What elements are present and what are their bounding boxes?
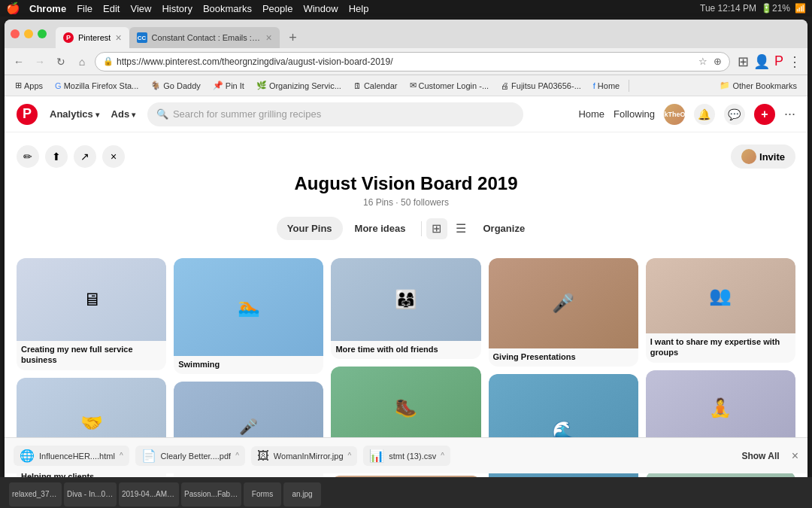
menu-file[interactable]: File [77,3,92,14]
taskbar: relaxed_37861.jpg Diva - In...0-19.pdf 2… [0,477,812,508]
tab-pinterest-close-icon[interactable]: × [115,32,121,44]
invite-button[interactable]: Invite [731,144,795,169]
save-button[interactable]: + [754,104,775,125]
list-item[interactable]: 🏊 Swimming [174,258,323,374]
menu-chrome[interactable]: Chrome [29,3,66,14]
bookmark-customer-login[interactable]: ✉ Customer Login -... [405,79,494,92]
tab-cc-close-icon[interactable]: × [265,32,271,44]
ads-nav-link[interactable]: Ads [111,108,135,120]
maximize-button[interactable] [38,29,47,38]
add-pin-button[interactable]: ⬆ [45,145,68,168]
menu-help[interactable]: Help [349,3,369,14]
apple-logo-icon[interactable]: 🍎 [6,2,20,15]
menu-view[interactable]: View [130,3,151,14]
minimize-button[interactable] [24,29,33,38]
menu-window[interactable]: Window [303,3,338,14]
tab-constant-contact[interactable]: CC Constant Contact : Emails : Cu... × [129,27,280,48]
bookmark-calendar[interactable]: 🗓 Calendar [349,80,402,92]
avatar-label: AskTheOr... [656,111,693,118]
taskbar-label: 2019-04...AM.png [119,490,179,498]
tab-pinterest[interactable]: P Pinterest × [56,27,129,48]
taskbar-item[interactable]: an.jpg [283,482,321,506]
reload-button[interactable]: ↻ [53,53,69,70]
bookmark-pinit[interactable]: 📌 Pin It [208,79,249,92]
menu-history[interactable]: History [162,3,192,14]
star-icon[interactable]: ☆ [698,56,707,67]
show-all-button[interactable]: Show All [735,448,785,464]
bookmark-organizing[interactable]: 🌿 Organizing Servic... [252,79,346,92]
forward-button[interactable]: → [32,53,48,70]
profile-icon[interactable]: ⊕ [714,56,722,67]
fujitsu-icon: 🖨 [501,81,509,90]
tab-pinterest-label: Pinterest [78,33,111,42]
taskbar-item[interactable]: relaxed_37861.jpg [9,482,62,506]
window-controls [11,29,47,38]
download-item[interactable]: 📊 stmt (13).csv ^ [363,446,450,466]
pin-label: I want to share my expertise with groups [646,333,795,363]
grid-view-button[interactable]: ⊞ [426,218,447,239]
bookmark-godaddy[interactable]: 🐐 Go Daddy [146,79,205,92]
account-icon[interactable]: 👤 [753,53,770,70]
taskbar-items: relaxed_37861.jpg Diva - In...0-19.pdf 2… [9,482,803,506]
pinterest-ext-icon[interactable]: P [774,53,783,69]
menu-people[interactable]: People [262,3,292,14]
close-downloads-button[interactable]: × [792,449,798,463]
analytics-nav-link[interactable]: Analytics [50,108,99,120]
close-button[interactable] [11,29,20,38]
download-bar: 🌐 InfluenceHER....html ^ 📄 Clearly Bette… [5,437,807,473]
taskbar-item[interactable]: Forms [244,482,281,506]
list-view-button[interactable]: ☰ [450,218,471,239]
extensions-icon[interactable]: ⊞ [738,53,749,70]
user-avatar[interactable]: AskTheOr... [664,104,685,125]
list-item[interactable]: 🖥 Creating my new full service business [17,258,166,370]
search-icon: 🔍 [156,108,168,120]
menu-bookmarks[interactable]: Bookmarks [203,3,252,14]
more-options-button[interactable]: ··· [784,106,795,122]
list-item[interactable]: 👨‍👩‍👧 More time with old friends [331,258,480,359]
chevron-up-icon: ^ [120,452,123,460]
home-nav-link[interactable]: Home [578,108,604,120]
browser-window: P Pinterest × CC Constant Contact : Emai… [5,20,807,477]
bookmark-fujitsu-label: Fujitsu PA03656-... [511,81,581,90]
chevron-up-icon: ^ [348,452,352,460]
search-field[interactable]: 🔍 Search for summer grilling recipes [147,102,523,126]
organize-button[interactable]: Organize [473,217,536,240]
download-item[interactable]: 🖼 WomanInMirror.jpg ^ [251,446,357,466]
download-item[interactable]: 📄 Clearly Better....pdf ^ [135,446,245,466]
taskbar-item[interactable]: Diva - In...0-19.pdf [64,482,117,506]
pin-image: 👥 [646,258,795,333]
bookmark-fujitsu[interactable]: 🖨 Fujitsu PA03656-... [496,80,586,92]
bookmark-apps[interactable]: ⊞ Apps [11,79,47,92]
pinterest-navbar: P Analytics Ads 🔍 Search for summer gril… [5,96,807,132]
bookmark-other[interactable]: 📁 Other Bookmarks [715,79,801,92]
address-field[interactable]: 🔒 https://www.pinterest.com/theorgnzingd… [95,52,730,71]
more-icon[interactable]: ⋮ [788,53,801,70]
address-icons: ☆ ⊕ [698,56,722,67]
edit-board-button[interactable]: ✏ [17,145,39,168]
bookmark-google[interactable]: G Mozilla Firefox Sta... [50,80,143,92]
home-button[interactable]: ⌂ [74,53,90,70]
download-item[interactable]: 🌐 InfluenceHER....html ^ [14,446,129,466]
bookmark-home[interactable]: f Home [589,80,624,92]
more-board-button[interactable]: × [102,145,125,168]
following-nav-link[interactable]: Following [614,108,655,120]
search-placeholder: Search for summer grilling recipes [173,108,321,120]
taskbar-item[interactable]: Passion...Fabulous [181,482,241,506]
tab-more-ideas[interactable]: More ideas [344,217,417,240]
list-item[interactable]: 👥 I want to share my expertise with grou… [646,258,795,363]
tab-your-pins[interactable]: Your Pins [277,217,343,240]
list-item[interactable]: 🎤 Giving Presentations [489,258,638,367]
new-tab-button[interactable]: + [283,27,304,48]
bookmark-godaddy-label: Go Daddy [163,81,201,90]
bookmark-customer-login-label: Customer Login -... [419,81,489,90]
pinterest-logo[interactable]: P [17,104,38,125]
lock-icon: 🔒 [103,56,114,66]
menu-edit[interactable]: Edit [103,3,120,14]
messages-button[interactable]: 💬 [724,104,745,125]
menu-items: Chrome File Edit View History Bookmarks … [29,3,368,14]
back-button[interactable]: ← [11,53,27,70]
board-meta: 16 Pins · 50 followers [363,197,449,208]
taskbar-item[interactable]: 2019-04...AM.png [119,482,179,506]
share-board-button[interactable]: ↗ [74,145,96,168]
notification-button[interactable]: 🔔 [694,104,715,125]
